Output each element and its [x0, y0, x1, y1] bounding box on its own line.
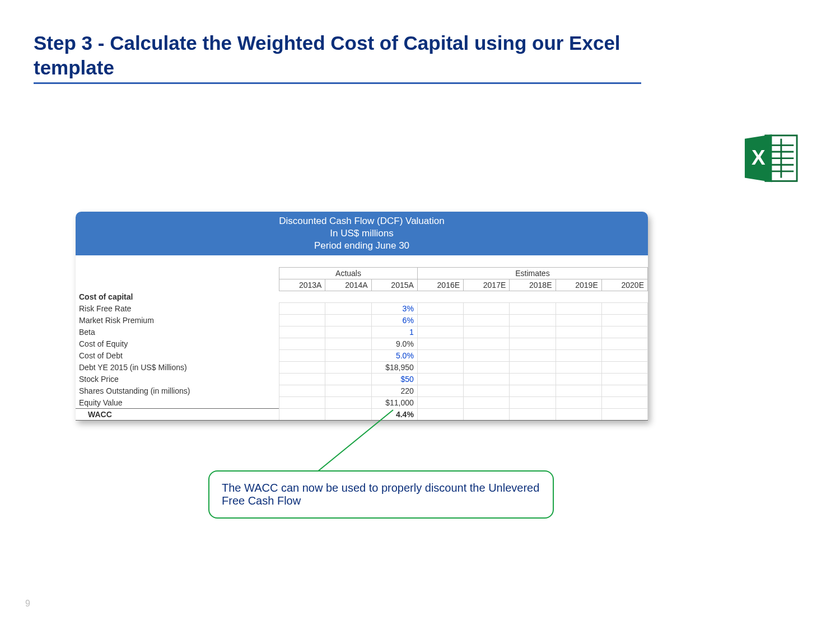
table-row: Beta1	[76, 326, 648, 338]
row-value: $11,000	[371, 396, 417, 408]
row-label: Cost of Equity	[76, 338, 279, 349]
svg-text:X: X	[752, 146, 766, 169]
year-col: 2013A	[279, 279, 325, 291]
row-value: $18,950	[371, 361, 417, 373]
year-col: 2014A	[325, 279, 371, 291]
year-col: 2016E	[417, 279, 463, 291]
row-label: Equity Value	[76, 396, 279, 408]
wacc-label: WACC	[76, 408, 279, 420]
year-col: 2017E	[464, 279, 510, 291]
row-value: 3%	[371, 302, 417, 314]
row-value: 1	[371, 326, 417, 338]
table-row: Cost of Equity9.0%	[76, 338, 648, 349]
page-title: Step 3 - Calculate the Weighted Cost of …	[34, 31, 641, 84]
row-label: Stock Price	[76, 373, 279, 385]
table-header: Discounted Cash Flow (DCF) Valuation In …	[76, 212, 648, 255]
callout-text: The WACC can now be used to properly dis…	[222, 482, 539, 507]
callout-box: The WACC can now be used to properly dis…	[208, 470, 554, 519]
row-value: $50	[371, 373, 417, 385]
year-col: 2015A	[371, 279, 417, 291]
excel-icon: X	[744, 133, 798, 184]
year-col: 2020E	[601, 279, 647, 291]
table-header-line-2: In US$ millions	[76, 227, 648, 240]
table-row: Equity Value$11,000	[76, 396, 648, 408]
row-value: 220	[371, 385, 417, 396]
row-label: Debt YE 2015 (in US$ Millions)	[76, 361, 279, 373]
year-col: 2019E	[556, 279, 601, 291]
group-estimates: Estimates	[417, 267, 647, 279]
row-label: Beta	[76, 326, 279, 338]
dcf-table: Discounted Cash Flow (DCF) Valuation In …	[76, 212, 648, 421]
table-row: Risk Free Rate3%	[76, 302, 648, 314]
table-header-line-1: Discounted Cash Flow (DCF) Valuation	[76, 215, 648, 227]
table-row: Cost of Debt5.0%	[76, 349, 648, 361]
year-col: 2018E	[510, 279, 556, 291]
row-label: Risk Free Rate	[76, 302, 279, 314]
wacc-row: WACC 4.4%	[76, 408, 648, 420]
section-header: Cost of capital	[76, 291, 648, 302]
row-label: Market Risk Premium	[76, 314, 279, 326]
page-number: 9	[25, 599, 30, 609]
row-value: 9.0%	[371, 338, 417, 349]
table-row: Shares Outstanding (in millions)220	[76, 385, 648, 396]
table-row: Stock Price$50	[76, 373, 648, 385]
row-label: Shares Outstanding (in millions)	[76, 385, 279, 396]
table-header-line-3: Period ending June 30	[76, 240, 648, 252]
table-row: Debt YE 2015 (in US$ Millions)$18,950	[76, 361, 648, 373]
group-actuals: Actuals	[279, 267, 418, 279]
row-label: Cost of Debt	[76, 349, 279, 361]
row-value: 6%	[371, 314, 417, 326]
row-value: 5.0%	[371, 349, 417, 361]
table-row: Market Risk Premium6%	[76, 314, 648, 326]
wacc-value: 4.4%	[371, 408, 417, 420]
